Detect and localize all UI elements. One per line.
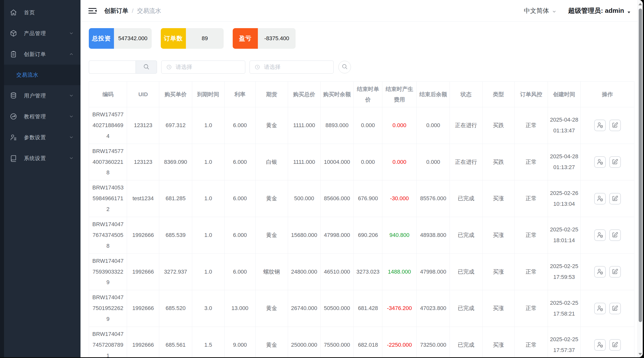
cell-rate: 6.000 — [224, 144, 255, 180]
cell-expiry: 1.0 — [192, 217, 224, 254]
sidebar-item-user-management[interactable]: 用户管理 — [4, 85, 80, 106]
language-selector[interactable]: 中文简体 — [524, 7, 557, 15]
cell-uid: 1992666 — [127, 217, 159, 254]
user-action-button[interactable] — [594, 266, 606, 278]
table-row: BRW17457740271884694123123697.3121.06.00… — [89, 107, 634, 144]
stat-cards: 总投资547342.000订单数89盈亏-8375.400 — [89, 28, 634, 49]
breadcrumb-parent[interactable]: 创新订单 — [104, 7, 128, 15]
edit-action-button[interactable] — [609, 266, 621, 278]
cell-rate: 9.000 — [224, 327, 255, 357]
sidebar-item-parameter-settings[interactable]: 参数设置 — [4, 127, 80, 148]
table-row: BRW17405359849661712test1234681.2851.06.… — [89, 180, 634, 217]
sidebar-subitem-label: 交易流水 — [16, 71, 38, 78]
user-action-button[interactable] — [594, 120, 606, 131]
vertical-scrollbar[interactable] — [637, 0, 643, 357]
edit-action-button[interactable] — [609, 120, 621, 131]
sidebar-item-home[interactable]: 首页 — [4, 2, 80, 23]
scrollbar-up-arrow[interactable] — [638, 3, 642, 5]
user-action-button[interactable] — [594, 156, 606, 168]
breadcrumb-separator: / — [132, 7, 134, 14]
cell-total-price: 25000.000 — [288, 327, 320, 357]
cell-balance-at-buy: 10004.000 — [320, 144, 354, 180]
stat-card-order-count: 订单数89 — [161, 28, 224, 49]
edit-action-button[interactable] — [609, 156, 621, 168]
cell-code: BRW17404776743745058 — [89, 217, 127, 254]
search-button[interactable] — [136, 61, 157, 74]
chevron-down-icon — [552, 8, 557, 13]
user-action-button[interactable] — [594, 339, 606, 351]
sidebar-item-system-settings[interactable]: 系统设置 — [4, 148, 80, 169]
sidebar-item-label: 产品管理 — [24, 30, 69, 37]
cell-rate: 6.000 — [224, 180, 255, 217]
sidebar-collapse-icon[interactable] — [88, 7, 97, 15]
cell-actions — [581, 217, 634, 254]
keyword-input[interactable] — [89, 61, 136, 74]
edit-icon — [612, 122, 618, 129]
column-header: 订单风控 — [514, 82, 548, 107]
column-header: 操作 — [581, 82, 634, 107]
cell-buy-price: 685.561 — [159, 327, 192, 357]
user-action-button[interactable] — [594, 303, 606, 314]
chevron-down-icon — [69, 114, 74, 119]
cell-code: BRW17405359849661712 — [89, 180, 127, 217]
sidebar-subitem-transaction-flow[interactable]: 交易流水 — [4, 65, 80, 85]
cell-balance-at-buy: 75500.000 — [320, 327, 354, 357]
cell-risk-control: 正常 — [514, 217, 548, 254]
book-icon — [10, 154, 17, 162]
sidebar-item-tutorial-management[interactable]: 教程管理 — [4, 106, 80, 127]
cell-actions — [581, 253, 634, 290]
edit-action-button[interactable] — [609, 303, 621, 314]
sidebar-item-product-management[interactable]: 产品管理 — [4, 23, 80, 44]
cell-status: 已完成 — [450, 180, 482, 217]
cell-rate: 13.000 — [224, 290, 255, 327]
topbar-right: 中文简体 超级管理员: admin — [524, 6, 631, 15]
cell-end-price: 3273.023 — [354, 253, 382, 290]
cell-actions — [581, 290, 634, 327]
breadcrumb: 创新订单 / 交易流水 — [104, 7, 161, 15]
scrollbar-down-arrow[interactable] — [638, 353, 642, 355]
edit-icon — [612, 158, 618, 166]
cell-end-price: 682.018 — [354, 327, 382, 357]
date-from-select[interactable]: 请选择 — [161, 61, 245, 74]
sidebar-item-label: 创新订单 — [24, 51, 69, 58]
edit-icon — [612, 231, 618, 239]
search-icon — [341, 63, 348, 71]
column-header: 期货 — [255, 82, 288, 107]
cell-risk-control: 正常 — [514, 290, 548, 327]
cell-type: 买跌 — [482, 107, 514, 144]
cell-type: 买涨 — [482, 253, 514, 290]
user-action-button[interactable] — [594, 193, 606, 204]
keyword-search-group — [89, 61, 157, 74]
search-submit-button[interactable] — [338, 61, 351, 73]
edit-action-button[interactable] — [609, 339, 621, 351]
user-action-button[interactable] — [594, 229, 606, 241]
cell-total-price: 1111.000 — [288, 107, 320, 144]
cell-risk-control: 正常 — [514, 180, 548, 217]
cell-total-price: 24800.000 — [288, 253, 320, 290]
edit-action-button[interactable] — [609, 193, 621, 204]
app-window: 首页产品管理创新订单交易流水用户管理教程管理参数设置系统设置 创新订单 / 交易… — [0, 0, 643, 357]
cell-created-at: 2025-02-25 18:01:14 — [548, 217, 580, 254]
scrollbar-thumb[interactable] — [639, 9, 642, 322]
sidebar-nav: 首页产品管理创新订单交易流水用户管理教程管理参数设置系统设置 — [4, 2, 80, 169]
user-menu[interactable]: 超级管理员: admin — [568, 6, 631, 15]
cell-futures: 黄金 — [255, 327, 288, 357]
column-header: 状态 — [450, 82, 482, 107]
date-to-placeholder: 请选择 — [264, 63, 280, 71]
cell-end-fee: 0.000 — [382, 107, 417, 144]
cell-status: 已完成 — [450, 253, 482, 290]
home-icon — [10, 9, 17, 16]
cell-end-fee: -30.000 — [382, 180, 417, 217]
cell-balance-after: 73250.000 — [417, 327, 450, 357]
user-shield-icon — [596, 158, 603, 166]
edit-action-button[interactable] — [609, 229, 621, 241]
cell-status: 正在进行 — [450, 144, 482, 180]
stat-value: -8375.400 — [258, 28, 296, 49]
column-header: 编码 — [89, 82, 127, 107]
date-to-select[interactable]: 请选择 — [250, 61, 334, 74]
sidebar-item-innovation-orders[interactable]: 创新订单 — [4, 44, 80, 65]
sidebar-item-label: 首页 — [24, 9, 74, 16]
user-shield-icon — [596, 122, 603, 129]
cell-rate: 6.000 — [224, 107, 255, 144]
caret-down-icon — [627, 9, 631, 13]
